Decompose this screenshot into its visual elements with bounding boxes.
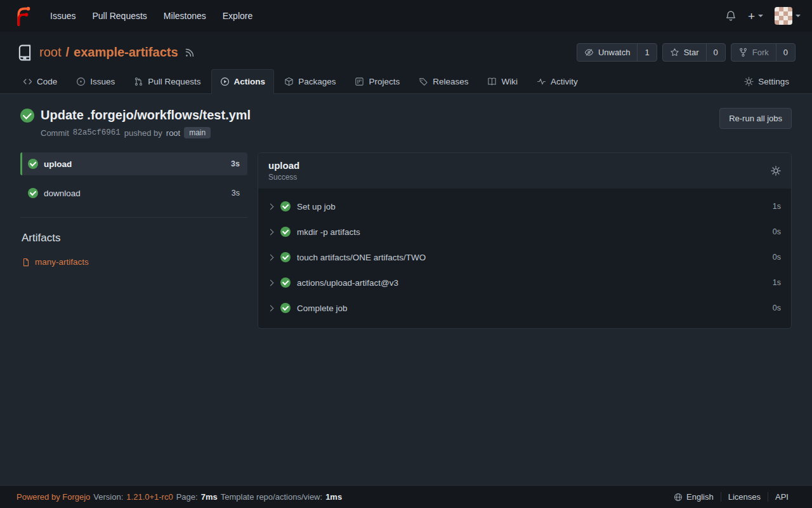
branch-badge[interactable]: main (184, 127, 211, 138)
commit-sha-link[interactable]: 82a5cf6961 (73, 128, 121, 137)
tab-wiki[interactable]: Wiki (478, 69, 527, 94)
eye-slash-icon (584, 48, 594, 57)
run-title: Update .forgejo/workflows/test.yml (41, 108, 251, 123)
step-row-upload-artifact[interactable]: actions/upload-artifact@v3 1s (258, 270, 791, 295)
chevron-right-icon (268, 305, 274, 311)
tab-issues[interactable]: Issues (67, 69, 124, 94)
api-link[interactable]: API (768, 492, 796, 502)
chevron-down-icon (796, 15, 801, 17)
job-item-upload[interactable]: upload 3s (20, 152, 247, 175)
powered-by-link[interactable]: Powered by Forgejo (16, 492, 90, 502)
tab-label: Projects (369, 77, 400, 86)
repo-icon (16, 44, 33, 61)
step-row-mkdir[interactable]: mkdir -p artifacts 0s (258, 219, 791, 244)
step-name: Complete job (297, 304, 348, 313)
page-time-label: Page: (176, 492, 198, 502)
pull-request-icon (134, 77, 143, 86)
repo-owner-link[interactable]: root (39, 45, 61, 60)
fork-count[interactable]: 0 (776, 44, 795, 61)
step-duration: 1s (773, 278, 781, 287)
artifact-name: many-artifacts (35, 257, 89, 267)
activity-icon (537, 77, 546, 86)
nav-item-milestones[interactable]: Milestones (155, 6, 214, 26)
projects-icon (355, 77, 364, 86)
commit-author-link[interactable]: root (166, 128, 180, 138)
fork-button[interactable]: Fork 0 (731, 43, 796, 62)
step-name: mkdir -p artifacts (297, 227, 360, 237)
step-row-complete-job[interactable]: Complete job 0s (258, 295, 791, 321)
artifact-link-many-artifacts[interactable]: many-artifacts (22, 257, 247, 267)
nav-item-issues[interactable]: Issues (42, 6, 84, 26)
step-duration: 0s (773, 253, 781, 262)
create-new-dropdown[interactable]: + (748, 10, 763, 22)
step-name: actions/upload-artifact@v3 (297, 278, 398, 288)
star-icon (670, 48, 679, 57)
user-avatar (775, 7, 792, 25)
rss-icon[interactable] (185, 48, 195, 58)
nav-item-explore[interactable]: Explore (214, 6, 261, 26)
job-detail-panel: upload Success Set up job 1s mkdir -p (258, 152, 792, 329)
tab-projects[interactable]: Projects (346, 69, 409, 94)
tab-label: Pull Requests (148, 77, 200, 86)
language-label: English (686, 492, 714, 502)
gear-icon[interactable] (771, 166, 781, 176)
tab-pull-requests[interactable]: Pull Requests (125, 69, 209, 94)
unwatch-button[interactable]: Unwatch 1 (577, 43, 657, 62)
plus-icon: + (748, 10, 755, 22)
repo-header: root / example-artifacts (0, 32, 812, 94)
job-item-download[interactable]: download 3s (20, 182, 247, 204)
language-selector[interactable]: English (667, 492, 721, 502)
licenses-link[interactable]: Licenses (721, 492, 768, 502)
nav-item-pull-requests[interactable]: Pull Requests (84, 6, 155, 26)
job-name: upload (44, 159, 72, 169)
chevron-down-icon (758, 15, 763, 17)
fork-label: Fork (752, 48, 769, 57)
chevron-right-icon (268, 279, 274, 286)
user-menu-dropdown[interactable] (775, 7, 801, 25)
tab-packages[interactable]: Packages (275, 69, 344, 94)
tab-label: Releases (433, 77, 468, 86)
watch-count[interactable]: 1 (637, 44, 656, 61)
run-commit-meta: Commit 82a5cf6961 pushed by root main (41, 127, 251, 138)
job-duration: 3s (232, 189, 240, 197)
forgejo-logo[interactable] (11, 5, 33, 27)
bell-icon[interactable] (725, 10, 737, 22)
version-label: Version: (93, 492, 123, 502)
check-circle-icon (280, 227, 291, 237)
star-button[interactable]: Star 0 (662, 43, 726, 62)
top-navbar: Issues Pull Requests Milestones Explore … (0, 0, 812, 32)
run-success-check-icon (20, 109, 34, 123)
star-label: Star (684, 48, 699, 57)
chevron-right-icon (268, 254, 274, 260)
check-circle-icon (28, 188, 38, 198)
job-sidebar: upload 3s download 3s Artifacts many-art… (20, 152, 247, 267)
star-count[interactable]: 0 (706, 44, 725, 61)
check-circle-icon (280, 277, 291, 288)
check-circle-icon (280, 201, 291, 211)
step-row-touch[interactable]: touch artifacts/ONE artifacts/TWO 0s (258, 244, 791, 270)
step-duration: 0s (773, 304, 781, 312)
tab-label: Actions (234, 77, 266, 86)
tab-settings[interactable]: Settings (735, 69, 798, 94)
check-circle-icon (280, 303, 291, 313)
tab-code[interactable]: Code (14, 69, 66, 94)
chevron-right-icon (268, 203, 274, 210)
repo-name-link[interactable]: example-artifacts (74, 45, 178, 60)
job-name: download (44, 189, 81, 198)
check-circle-icon (280, 252, 291, 262)
rerun-all-jobs-button[interactable]: Re-run all jobs (719, 108, 792, 129)
tab-label: Wiki (501, 77, 518, 86)
check-circle-icon (28, 159, 38, 169)
tab-label: Settings (758, 77, 789, 86)
job-detail-status: Success (268, 173, 299, 182)
step-duration: 0s (773, 227, 781, 236)
job-detail-name: upload (268, 160, 299, 171)
tab-activity[interactable]: Activity (528, 69, 587, 94)
step-row-set-up-job[interactable]: Set up job 1s (258, 194, 791, 219)
version-link[interactable]: 1.21.0+1-rc0 (126, 492, 173, 502)
tab-actions[interactable]: Actions (211, 69, 275, 94)
page-footer: Powered by Forgejo Version: 1.21.0+1-rc0… (0, 485, 812, 508)
tab-releases[interactable]: Releases (410, 69, 477, 94)
unwatch-label: Unwatch (598, 48, 631, 57)
repo-title: root / example-artifacts (39, 45, 178, 60)
